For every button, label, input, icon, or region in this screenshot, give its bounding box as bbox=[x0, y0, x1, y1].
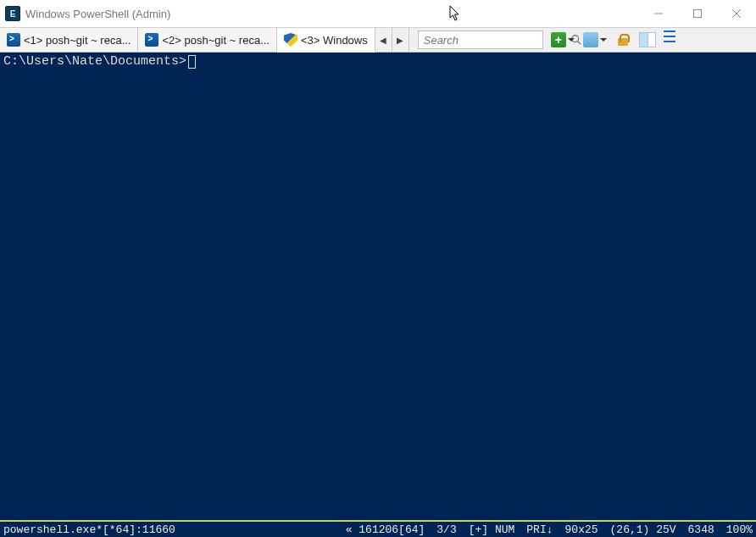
tab-scroll-left-button[interactable]: ◀ bbox=[375, 28, 392, 52]
svg-rect-1 bbox=[694, 10, 702, 18]
search-box[interactable] bbox=[418, 30, 543, 49]
tab-2[interactable]: <2> posh~git ~ reca... bbox=[138, 28, 276, 52]
chevron-down-icon[interactable] bbox=[600, 32, 607, 47]
view-button[interactable] bbox=[581, 30, 609, 49]
lock-icon bbox=[615, 32, 631, 47]
powershell-icon bbox=[145, 33, 158, 47]
terminal-pane[interactable]: C:\Users\Nate\Documents> bbox=[0, 53, 756, 520]
tab-1[interactable]: <1> posh~git ~ reca... bbox=[0, 28, 138, 52]
prompt-text: C:\Users\Nate\Documents> bbox=[3, 54, 186, 69]
maximize-button[interactable] bbox=[678, 0, 717, 27]
status-process: powershell.exe*[*64]:11660 bbox=[3, 523, 175, 536]
shield-icon bbox=[284, 33, 297, 47]
status-bar: powershell.exe*[*64]:11660 « 161206[64] … bbox=[0, 520, 756, 537]
status-pid: 6348 bbox=[688, 523, 714, 536]
window-title: Windows PowerShell (Admin) bbox=[25, 8, 170, 20]
tab-label: <3> Windows bbox=[301, 34, 368, 47]
status-mode: [+] NUM bbox=[469, 523, 515, 536]
search-container bbox=[414, 28, 547, 52]
status-size: 90x25 bbox=[565, 523, 598, 536]
split-button[interactable] bbox=[636, 30, 659, 49]
tab-3[interactable]: <3> Windows bbox=[277, 28, 375, 53]
prompt-line: C:\Users\Nate\Documents> bbox=[3, 54, 753, 69]
tab-label: <2> posh~git ~ reca... bbox=[162, 34, 269, 47]
tab-label: <1> posh~git ~ reca... bbox=[24, 34, 131, 47]
tab-scroll-right-button[interactable]: ▶ bbox=[392, 28, 409, 52]
status-cursor: (26,1) 25V bbox=[610, 523, 676, 536]
search-input[interactable] bbox=[424, 34, 567, 47]
split-pane-icon bbox=[639, 32, 656, 47]
status-zoom: 100% bbox=[726, 523, 753, 536]
lock-button[interactable] bbox=[613, 30, 633, 49]
minimize-button[interactable] bbox=[639, 0, 678, 27]
new-tab-button[interactable]: + bbox=[548, 30, 577, 49]
window-icon bbox=[583, 32, 598, 47]
text-cursor bbox=[188, 55, 196, 69]
powershell-icon bbox=[7, 33, 20, 47]
status-priority: PRI↓ bbox=[526, 523, 553, 536]
status-build: « 161206[64] bbox=[346, 523, 425, 536]
window-titlebar: E Windows PowerShell (Admin) bbox=[0, 0, 756, 27]
close-button[interactable] bbox=[717, 0, 756, 27]
app-icon: E bbox=[5, 6, 20, 21]
plus-icon: + bbox=[551, 32, 566, 47]
menu-button[interactable] bbox=[664, 30, 675, 42]
chevron-down-icon[interactable] bbox=[568, 32, 575, 47]
status-counter: 3/3 bbox=[436, 523, 456, 536]
tab-bar: <1> posh~git ~ reca... <2> posh~git ~ re… bbox=[0, 27, 756, 53]
